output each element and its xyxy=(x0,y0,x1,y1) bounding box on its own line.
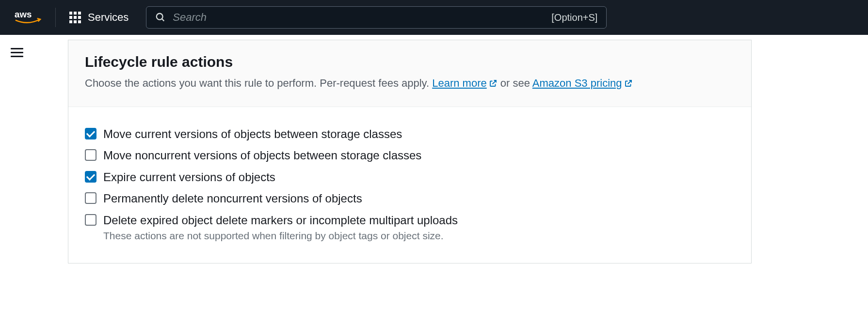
checkbox-expire-current[interactable] xyxy=(85,171,96,183)
external-link-icon xyxy=(624,76,633,92)
panel-description: Choose the actions you want this rule to… xyxy=(85,75,735,92)
panel-header: Lifecycle rule actions Choose the action… xyxy=(68,40,751,107)
checkbox-row-expire-current: Expire current versions of objects xyxy=(85,170,735,185)
checkbox-move-noncurrent[interactable] xyxy=(85,149,96,161)
external-link-icon xyxy=(489,76,498,92)
checkbox-label: Expire current versions of objects xyxy=(103,170,275,185)
services-grid-icon xyxy=(69,12,81,23)
pricing-link[interactable]: Amazon S3 pricing xyxy=(532,77,633,89)
checkbox-move-current[interactable] xyxy=(85,128,96,139)
svg-point-1 xyxy=(157,14,163,20)
svg-line-2 xyxy=(162,19,164,21)
hamburger-icon[interactable] xyxy=(11,46,23,60)
left-rail xyxy=(0,35,34,263)
lifecycle-rule-actions-panel: Lifecycle rule actions Choose the action… xyxy=(68,40,752,263)
svg-text:aws: aws xyxy=(15,9,32,19)
desc-mid: or see xyxy=(498,77,532,89)
top-nav: aws Services [Option+S] xyxy=(0,0,868,35)
search-input[interactable] xyxy=(173,11,551,24)
checkbox-label: Move current versions of objects between… xyxy=(103,126,402,142)
panel-title: Lifecycle rule actions xyxy=(85,54,735,70)
content-area: Lifecycle rule actions Choose the action… xyxy=(34,35,868,263)
checkbox-delete-noncurrent[interactable] xyxy=(85,192,96,204)
checkbox-label: Move noncurrent versions of objects betw… xyxy=(103,148,421,163)
search-icon xyxy=(155,12,166,23)
checkbox-label: Permanently delete noncurrent versions o… xyxy=(103,191,362,206)
helper-text: These actions are not supported when fil… xyxy=(103,230,735,242)
services-label: Services xyxy=(88,11,129,24)
aws-logo[interactable]: aws xyxy=(10,9,55,26)
learn-more-link[interactable]: Learn more xyxy=(432,77,498,89)
search-shortcut-hint: [Option+S] xyxy=(551,12,597,23)
search-container[interactable]: [Option+S] xyxy=(146,6,607,29)
checkbox-row-delete-noncurrent: Permanently delete noncurrent versions o… xyxy=(85,191,735,206)
checkbox-delete-markers[interactable] xyxy=(85,214,96,226)
checkbox-label: Delete expired object delete markers or … xyxy=(103,213,458,228)
checkbox-row-move-noncurrent: Move noncurrent versions of objects betw… xyxy=(85,148,735,163)
panel-body: Move current versions of objects between… xyxy=(68,107,751,263)
checkbox-row-move-current: Move current versions of objects between… xyxy=(85,126,735,142)
desc-prefix: Choose the actions you want this rule to… xyxy=(85,77,432,89)
services-button[interactable]: Services xyxy=(56,11,142,24)
checkbox-row-delete-markers: Delete expired object delete markers or … xyxy=(85,213,735,228)
